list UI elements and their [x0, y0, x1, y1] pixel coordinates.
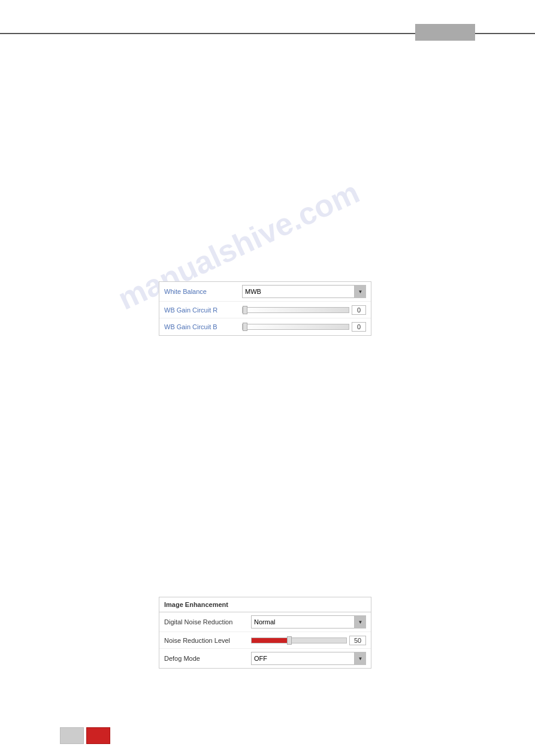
wb-gain-r-control: 0: [242, 305, 366, 315]
defog-row: Defog Mode OFF ON ▼: [159, 649, 371, 668]
wb-gain-b-slider-track[interactable]: [242, 324, 349, 330]
bottom-button-gray[interactable]: [60, 727, 84, 744]
image-enhancement-panel: Image Enhancement Digital Noise Reductio…: [159, 597, 371, 669]
white-balance-label: White Balance: [164, 288, 242, 295]
wb-gain-b-row: WB Gain Circuit B 0: [159, 318, 371, 335]
white-balance-panel: White Balance MWB AWB Sunny Cloudy Indoo…: [159, 281, 371, 336]
dnr-row: Digital Noise Reduction Normal OFF Exper…: [159, 612, 371, 632]
wb-gain-r-row: WB Gain Circuit R 0: [159, 302, 371, 318]
white-balance-control: MWB AWB Sunny Cloudy Indoor ▼: [242, 285, 366, 298]
bottom-button-red[interactable]: [86, 727, 110, 744]
wb-gain-r-slider-track[interactable]: [242, 307, 349, 313]
nrl-slider-track[interactable]: [251, 637, 347, 643]
nrl-label: Noise Reduction Level: [164, 637, 251, 644]
wb-gain-r-slider-thumb[interactable]: [243, 306, 247, 314]
dnr-control: Normal OFF Expert ▼: [251, 615, 366, 629]
wb-gain-b-value: 0: [352, 322, 366, 332]
defog-select-wrapper: OFF ON ▼: [251, 652, 366, 665]
dnr-select[interactable]: Normal OFF Expert: [251, 615, 366, 629]
wb-gain-r-label: WB Gain Circuit R: [164, 306, 242, 314]
dnr-select-wrapper: Normal OFF Expert ▼: [251, 615, 366, 629]
wb-gain-b-control: 0: [242, 322, 366, 332]
wb-gain-b-slider-thumb[interactable]: [243, 323, 247, 331]
nrl-slider-fill: [252, 638, 289, 643]
white-balance-row: White Balance MWB AWB Sunny Cloudy Indoo…: [159, 282, 371, 302]
nrl-row: Noise Reduction Level 50: [159, 632, 371, 649]
wb-gain-b-label: WB Gain Circuit B: [164, 323, 242, 330]
top-button[interactable]: [415, 24, 475, 41]
nrl-slider-thumb[interactable]: [287, 636, 292, 645]
white-balance-select-wrapper: MWB AWB Sunny Cloudy Indoor ▼: [242, 285, 366, 298]
white-balance-select[interactable]: MWB AWB Sunny Cloudy Indoor: [242, 285, 366, 298]
nrl-control: 50: [251, 636, 366, 645]
nrl-value: 50: [349, 636, 366, 645]
wb-gain-r-value: 0: [352, 305, 366, 315]
defog-label: Defog Mode: [164, 655, 251, 662]
defog-control: OFF ON ▼: [251, 652, 366, 665]
defog-select[interactable]: OFF ON: [251, 652, 366, 665]
image-enhancement-header: Image Enhancement: [159, 597, 371, 612]
bottom-buttons: [60, 727, 110, 744]
dnr-label: Digital Noise Reduction: [164, 618, 251, 626]
